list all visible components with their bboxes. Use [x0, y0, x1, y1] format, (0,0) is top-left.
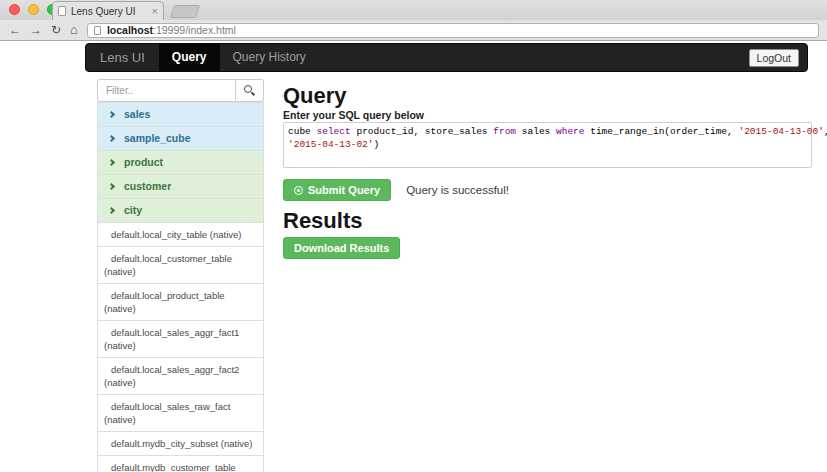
- search-button[interactable]: [236, 79, 264, 102]
- browser-chrome: Lens Query UI × ← → ↻ ⌂ localhost:19999/…: [0, 0, 827, 41]
- sidebar-cube-city[interactable]: city: [97, 198, 264, 223]
- cube-label: sample_cube: [124, 132, 191, 145]
- table-item-label: (native): [104, 414, 136, 425]
- refresh-icon[interactable]: ↻: [51, 20, 61, 40]
- browser-toolbar: ← → ↻ ⌂ localhost:19999/index.html: [0, 20, 827, 41]
- table-item-label: (native): [104, 266, 136, 277]
- table-item-label: default.local_sales_aggr_fact2: [104, 364, 239, 375]
- submit-row: Submit Query Query is successful!: [283, 179, 812, 201]
- table-item-label: default.local_sales_aggr_fact1: [104, 327, 239, 338]
- home-icon[interactable]: ⌂: [70, 20, 78, 40]
- sidebar-table-item[interactable]: default.local_sales_raw_fact(native): [97, 394, 264, 432]
- back-icon[interactable]: ←: [9, 20, 21, 40]
- table-list: default.local_city_table (native)default…: [97, 222, 264, 472]
- nav-tab-query-history[interactable]: Query History: [220, 44, 319, 71]
- download-results-button[interactable]: Download Results: [283, 237, 400, 259]
- app-navbar: Lens UI Query Query History LogOut: [85, 43, 808, 72]
- tab-title: Lens Query UI: [71, 6, 148, 17]
- sidebar: salessample_cubeproductcustomercity defa…: [97, 79, 264, 472]
- forward-icon[interactable]: →: [30, 20, 42, 40]
- cube-label: customer: [124, 180, 171, 193]
- submit-query-button[interactable]: Submit Query: [283, 179, 391, 201]
- sidebar-table-item[interactable]: default.local_sales_aggr_fact2(native): [97, 357, 264, 395]
- page-icon: [94, 26, 101, 35]
- window-controls: [9, 4, 58, 15]
- sidebar-table-item[interactable]: default.mydb_customer_table(native): [97, 455, 264, 472]
- url-path: :19999/index.html: [153, 24, 236, 36]
- sql-code-line: '2015-04-13-02'): [288, 138, 807, 151]
- sidebar-table-item[interactable]: default.local_sales_aggr_fact1(native): [97, 320, 264, 358]
- page-title: Query: [283, 84, 812, 108]
- table-item-label: default.mydb_customer_table: [104, 462, 236, 472]
- filter-input[interactable]: [97, 79, 236, 102]
- editor-label: Enter your SQL query below: [283, 110, 812, 121]
- table-item-label: (native): [104, 340, 136, 351]
- new-tab-button[interactable]: [170, 5, 200, 18]
- sql-editor[interactable]: cube select product_id, store_sales from…: [283, 122, 812, 168]
- main-content: Query Enter your SQL query below cube se…: [283, 84, 812, 259]
- sidebar-table-item[interactable]: default.mydb_city_subset (native): [97, 431, 264, 456]
- filter-group: [97, 79, 264, 102]
- browser-tab[interactable]: Lens Query UI ×: [52, 1, 164, 20]
- cube-list: salessample_cubeproductcustomercity: [97, 102, 264, 223]
- submit-circle-icon: [294, 186, 303, 195]
- table-item-label: default.local_customer_table: [104, 253, 232, 264]
- query-status-text: Query is successful!: [406, 184, 509, 196]
- chevron-right-icon: [108, 207, 115, 214]
- navbar-brand[interactable]: Lens UI: [86, 50, 159, 65]
- url-host: localhost: [107, 24, 153, 36]
- search-icon: [244, 85, 252, 93]
- chevron-right-icon: [108, 111, 115, 118]
- sidebar-cube-sales[interactable]: sales: [97, 102, 264, 127]
- tab-close-icon[interactable]: ×: [152, 6, 158, 16]
- cube-label: city: [124, 204, 142, 217]
- tab-strip: Lens Query UI ×: [0, 0, 827, 20]
- table-item-label: default.local_product_table (native): [104, 290, 225, 314]
- sql-code-line: cube select product_id, store_sales from…: [288, 125, 807, 138]
- close-window-icon[interactable]: [9, 4, 20, 15]
- table-item-label: (native): [104, 377, 136, 388]
- sidebar-table-item[interactable]: default.local_product_table (native): [97, 283, 264, 321]
- table-item-label: default.local_sales_raw_fact: [104, 401, 230, 412]
- sidebar-cube-product[interactable]: product: [97, 150, 264, 175]
- chevron-right-icon: [108, 183, 115, 190]
- chevron-right-icon: [108, 135, 115, 142]
- sidebar-table-item[interactable]: default.local_customer_table(native): [97, 246, 264, 284]
- table-item-label: default.mydb_city_subset (native): [104, 438, 253, 449]
- sidebar-cube-sample_cube[interactable]: sample_cube: [97, 126, 264, 151]
- logout-button[interactable]: LogOut: [749, 49, 799, 67]
- sidebar-table-item[interactable]: default.local_city_table (native): [97, 222, 264, 247]
- cube-label: product: [124, 156, 163, 169]
- chevron-right-icon: [108, 159, 115, 166]
- sidebar-cube-customer[interactable]: customer: [97, 174, 264, 199]
- address-bar[interactable]: localhost:19999/index.html: [87, 23, 819, 38]
- nav-tab-query[interactable]: Query: [159, 44, 220, 71]
- submit-query-label: Submit Query: [308, 184, 380, 196]
- cube-label: sales: [124, 108, 150, 121]
- table-item-label: default.local_city_table (native): [104, 229, 241, 240]
- minimize-window-icon[interactable]: [28, 4, 39, 15]
- results-title: Results: [283, 209, 812, 233]
- page-favicon-icon: [58, 6, 66, 16]
